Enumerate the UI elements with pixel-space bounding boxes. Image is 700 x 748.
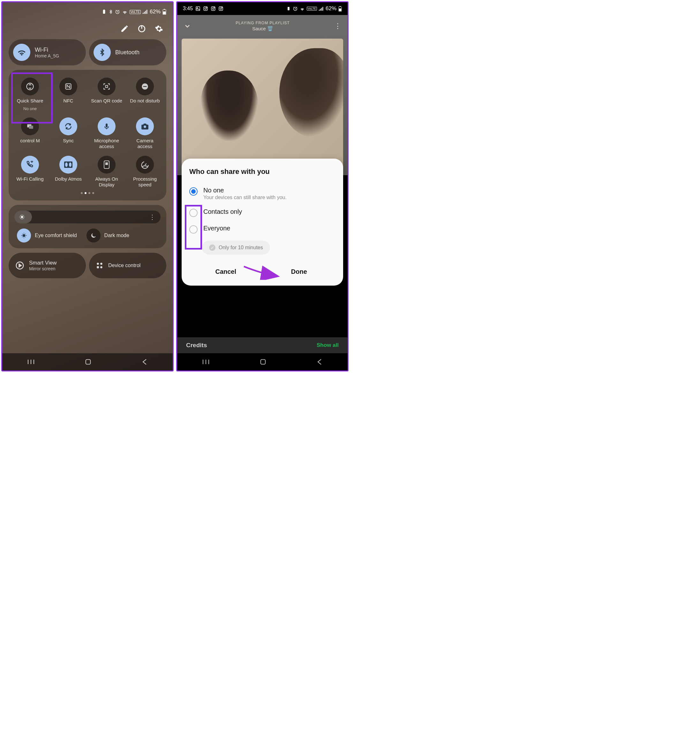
wifi-tile[interactable]: Wi-Fi Home A_5G (9, 39, 86, 65)
volte-icon: VoLTE (307, 7, 317, 11)
player-header: PLAYING FROM PLAYLIST Sauce 🗑️ ⋮ (177, 15, 348, 35)
svg-rect-5 (145, 11, 146, 14)
dolby-icon (59, 156, 77, 173)
smartview-icon (15, 261, 24, 270)
show-all-link[interactable]: Show all (317, 342, 339, 348)
edit-icon[interactable] (120, 24, 129, 33)
bluetooth-status-icon (108, 9, 113, 14)
dark-mode-toggle[interactable]: Dark mode (87, 228, 129, 243)
status-bar: 3:45 VoLTE 62% (177, 2, 348, 15)
recents-button[interactable] (202, 359, 209, 365)
more-icon[interactable]: ⋮ (149, 213, 155, 221)
eye-comfort-toggle[interactable]: Eye comfort shield (17, 228, 77, 243)
svg-rect-40 (196, 7, 200, 11)
sheet-title: Who can share with you (189, 167, 335, 176)
scan-qr-tile[interactable]: Scan QR code (88, 78, 125, 111)
svg-point-20 (144, 125, 146, 128)
dolby-tile[interactable]: Dolby Atmos (50, 156, 87, 188)
playlist-name: Sauce 🗑️ (191, 26, 334, 32)
svg-rect-25 (106, 163, 108, 165)
smartview-button[interactable]: Smart View Mirror screen (9, 253, 86, 278)
option-everyone[interactable]: Everyone (189, 221, 335, 237)
svg-rect-6 (146, 10, 147, 14)
svg-rect-55 (321, 8, 322, 11)
quickshare-tile[interactable]: Quick Share No one (12, 78, 48, 111)
svg-rect-19 (106, 123, 108, 127)
radio-unchecked[interactable] (189, 225, 198, 234)
svg-point-46 (212, 8, 214, 9)
nfc-tile[interactable]: NFC (50, 78, 87, 111)
control-tile[interactable]: control M (12, 117, 48, 149)
svg-point-32 (97, 263, 99, 265)
wificalling-icon (21, 156, 39, 173)
credits-bar: Credits Show all (177, 337, 348, 353)
svg-rect-34 (97, 266, 99, 268)
moon-icon (87, 228, 100, 243)
gallery-notif-icon (195, 6, 201, 11)
svg-rect-53 (319, 9, 320, 11)
back-button[interactable] (142, 359, 148, 365)
dnd-icon (136, 78, 154, 96)
player-context: PLAYING FROM PLAYLIST (191, 21, 334, 25)
sync-tile[interactable]: Sync (50, 117, 87, 149)
quick-settings-screen: VoLTE 62% Wi-Fi Home A_5G Bluetooth (1, 1, 173, 371)
recents-button[interactable] (27, 359, 35, 365)
radio-unchecked[interactable] (189, 209, 198, 217)
camera-tile[interactable]: Camera access (127, 117, 163, 149)
option-contacts-only[interactable]: Contacts only (189, 204, 335, 221)
svg-rect-56 (323, 7, 323, 11)
brightness-slider[interactable]: ⋮ (14, 211, 161, 223)
home-button[interactable] (260, 358, 266, 365)
aod-tile[interactable]: Always On Display (88, 156, 125, 188)
settings-icon[interactable] (155, 24, 163, 33)
time-limit-chip[interactable]: ✓ Only for 10 minutes (202, 240, 270, 255)
power-icon[interactable] (138, 24, 146, 33)
alarm-icon (293, 6, 298, 11)
battery-saver-icon (102, 9, 107, 14)
more-menu-icon[interactable]: ⋮ (334, 22, 341, 30)
svg-point-23 (69, 163, 72, 167)
instagram-notif-icon-2 (211, 6, 216, 11)
mic-icon (98, 117, 116, 135)
svg-rect-64 (261, 360, 266, 365)
option-no-one[interactable]: No one Your devices can still share with… (189, 183, 335, 204)
share-options-sheet: Who can share with you No one Your devic… (182, 159, 343, 286)
svg-point-35 (100, 266, 102, 268)
svg-marker-31 (19, 264, 22, 267)
svg-rect-14 (106, 85, 108, 88)
svg-point-33 (100, 263, 102, 265)
wifi-title: Wi-Fi (35, 47, 59, 53)
bluetooth-title: Bluetooth (115, 49, 140, 56)
battery-saver-icon (286, 6, 291, 11)
status-time: 3:45 (183, 6, 193, 12)
svg-rect-59 (339, 6, 341, 7)
devicecontrol-button[interactable]: Device control (89, 253, 166, 278)
back-button[interactable] (317, 359, 323, 365)
instagram-notif-icon-3 (218, 6, 224, 11)
control-icon (21, 117, 39, 135)
wifi-subtitle: Home A_5G (35, 53, 59, 58)
bluetooth-tile[interactable]: Bluetooth (89, 39, 166, 65)
nfc-icon (59, 78, 77, 96)
collapse-button[interactable] (184, 22, 191, 30)
navigation-bar (2, 353, 173, 371)
processing-tile[interactable]: Processing speed (127, 156, 163, 188)
radio-checked[interactable] (189, 187, 198, 196)
brightness-icon (19, 214, 25, 220)
cancel-button[interactable]: Cancel (189, 264, 262, 279)
svg-rect-9 (164, 9, 165, 9)
svg-point-49 (220, 8, 222, 9)
svg-point-26 (142, 162, 148, 169)
volte-icon: VoLTE (129, 10, 141, 14)
svg-rect-8 (163, 12, 166, 14)
dnd-tile[interactable]: Do not disturb (127, 78, 163, 111)
svg-rect-51 (288, 7, 289, 11)
svg-rect-39 (86, 360, 91, 365)
home-button[interactable] (85, 358, 91, 365)
wificalling-tile[interactable]: Wi-Fi Calling (12, 156, 48, 188)
svg-rect-18 (29, 126, 33, 129)
sync-icon (59, 117, 77, 135)
done-button[interactable]: Done (263, 264, 336, 279)
mic-tile[interactable]: Microphone access (88, 117, 125, 149)
album-art-area (177, 35, 348, 175)
